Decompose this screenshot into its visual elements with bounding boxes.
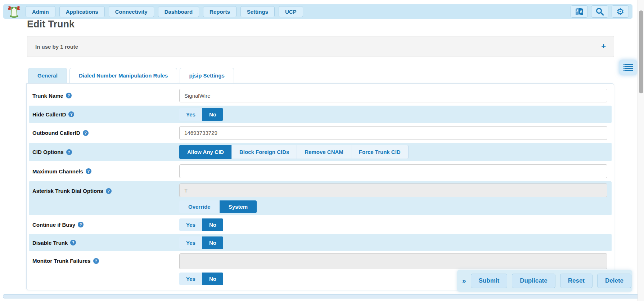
help-icon[interactable]: ? bbox=[83, 130, 89, 136]
sticky-action-bar: » Submit Duplicate Reset Delete bbox=[457, 270, 632, 292]
help-icon[interactable]: ? bbox=[70, 240, 76, 245]
hide-callerid-no-button[interactable]: No bbox=[202, 108, 223, 121]
monitor-failures-no-button[interactable]: No bbox=[202, 273, 223, 285]
continue-if-busy-no-button[interactable]: No bbox=[202, 218, 223, 231]
disable-trunk-label: Disable Trunk ? bbox=[32, 240, 179, 246]
row-disable-trunk: Disable Trunk ? Yes No bbox=[29, 234, 612, 251]
help-icon[interactable]: ? bbox=[106, 188, 112, 194]
disable-trunk-toggle: Yes No bbox=[179, 236, 223, 249]
help-icon[interactable]: ? bbox=[86, 168, 91, 174]
hide-callerid-label: Hide CallerID ? bbox=[32, 111, 179, 118]
top-navbar: Admin Applications Connectivity Dashboar… bbox=[3, 4, 632, 19]
help-icon[interactable]: ? bbox=[78, 222, 84, 227]
search-button[interactable] bbox=[591, 5, 608, 18]
label-text: Disable Trunk bbox=[32, 240, 68, 246]
sidebar-toggle-button[interactable] bbox=[619, 60, 637, 75]
cid-force-trunk-cid-button[interactable]: Force Trunk CID bbox=[351, 145, 409, 159]
row-asterisk-dial-options: Asterisk Trunk Dial Options ? Override S… bbox=[29, 181, 612, 215]
delete-button[interactable]: Delete bbox=[597, 274, 631, 288]
hide-callerid-toggle: Yes No bbox=[179, 108, 223, 121]
usage-panel-text: In use by 1 route bbox=[35, 44, 78, 50]
nav-item-admin[interactable]: Admin bbox=[26, 6, 55, 17]
settings-gear-button[interactable]: ⚙ bbox=[612, 5, 629, 18]
cid-remove-cnam-button[interactable]: Remove CNAM bbox=[297, 145, 351, 159]
continue-if-busy-label: Continue if Busy ? bbox=[32, 222, 179, 228]
vertical-scrollbar-thumb[interactable] bbox=[639, 10, 643, 93]
trunk-tabs: General Dialed Number Manipulation Rules… bbox=[28, 68, 237, 83]
dial-options-mode-toggle: Override System bbox=[179, 200, 257, 213]
monitor-trunk-failures-toggle: Yes No bbox=[179, 273, 223, 285]
nav-item-ucp[interactable]: UCP bbox=[279, 6, 303, 17]
monitor-failures-yes-button[interactable]: Yes bbox=[179, 273, 202, 285]
navbar-icon-group: A ⚙ bbox=[571, 5, 629, 18]
nav-item-dashboard[interactable]: Dashboard bbox=[158, 6, 199, 17]
tab-dialed-number-manipulation-rules[interactable]: Dialed Number Manipulation Rules bbox=[69, 68, 177, 83]
language-icon-letter: A bbox=[580, 10, 582, 14]
label-text: Monitor Trunk Failures bbox=[32, 258, 91, 264]
general-tab-panel: Trunk Name ? Hide CallerID ? Yes No Outb… bbox=[26, 83, 614, 290]
continue-if-busy-toggle: Yes No bbox=[179, 218, 223, 231]
maximum-channels-input[interactable] bbox=[179, 164, 607, 178]
help-icon[interactable]: ? bbox=[93, 258, 99, 264]
frog-icon bbox=[7, 5, 21, 18]
horizontal-scrollbar[interactable] bbox=[3, 294, 640, 298]
monitor-trunk-failures-label: Monitor Trunk Failures ? bbox=[32, 253, 179, 264]
page-title: Edit Trunk bbox=[27, 19, 75, 30]
trunk-name-label: Trunk Name ? bbox=[32, 93, 179, 99]
dial-options-system-button[interactable]: System bbox=[220, 200, 257, 213]
duplicate-button[interactable]: Duplicate bbox=[512, 274, 555, 288]
cid-block-foreign-cids-button[interactable]: Block Foreign CIDs bbox=[231, 145, 297, 159]
help-icon[interactable]: ? bbox=[66, 93, 72, 98]
dial-options-override-button[interactable]: Override bbox=[179, 200, 220, 213]
reset-button[interactable]: Reset bbox=[560, 274, 593, 288]
row-hide-callerid: Hide CallerID ? Yes No bbox=[29, 106, 612, 123]
freepbx-frog-logo[interactable] bbox=[7, 5, 21, 18]
search-icon bbox=[595, 7, 604, 16]
monitor-trunk-failures-input[interactable] bbox=[179, 253, 607, 269]
nav-item-reports[interactable]: Reports bbox=[203, 6, 237, 17]
outbound-callerid-label: Outbound CallerID ? bbox=[32, 130, 179, 136]
asterisk-dial-options-label: Asterisk Trunk Dial Options ? bbox=[32, 183, 179, 194]
cid-options-label: CID Options ? bbox=[32, 149, 179, 155]
vertical-scrollbar-track bbox=[638, 0, 644, 301]
cid-allow-any-cid-button[interactable]: Allow Any CID bbox=[179, 145, 231, 159]
freepbx-admin-screen: Admin Applications Connectivity Dashboar… bbox=[0, 0, 644, 301]
help-icon[interactable]: ? bbox=[66, 149, 72, 155]
nav-item-applications[interactable]: Applications bbox=[59, 6, 105, 17]
trunk-name-input[interactable] bbox=[179, 89, 607, 102]
help-icon[interactable]: ? bbox=[68, 111, 74, 117]
language-icon: A bbox=[575, 7, 584, 16]
cid-options-group: Allow Any CID Block Foreign CIDs Remove … bbox=[179, 145, 409, 159]
label-text: CID Options bbox=[32, 149, 64, 155]
row-maximum-channels: Maximum Channels ? bbox=[29, 161, 612, 181]
collapse-actions-chevron[interactable]: » bbox=[462, 277, 466, 285]
list-icon bbox=[623, 64, 633, 71]
submit-button[interactable]: Submit bbox=[471, 274, 508, 288]
disable-trunk-yes-button[interactable]: Yes bbox=[179, 236, 202, 249]
asterisk-dial-options-input[interactable] bbox=[179, 183, 607, 197]
label-text: Outbound CallerID bbox=[32, 130, 80, 136]
row-cid-options: CID Options ? Allow Any CID Block Foreig… bbox=[29, 143, 612, 161]
row-trunk-name: Trunk Name ? bbox=[29, 85, 612, 106]
label-text: Hide CallerID bbox=[32, 111, 66, 118]
outbound-callerid-input[interactable] bbox=[179, 126, 607, 140]
hide-callerid-yes-button[interactable]: Yes bbox=[179, 108, 202, 121]
row-continue-if-busy: Continue if Busy ? Yes No bbox=[29, 215, 612, 234]
nav-item-settings[interactable]: Settings bbox=[240, 6, 275, 17]
usage-panel: In use by 1 route + bbox=[27, 36, 614, 57]
label-text: Trunk Name bbox=[32, 93, 63, 99]
language-button[interactable]: A bbox=[571, 5, 588, 18]
gear-icon: ⚙ bbox=[616, 7, 624, 16]
label-text: Maximum Channels bbox=[32, 168, 83, 174]
disable-trunk-no-button[interactable]: No bbox=[202, 236, 223, 249]
tab-general[interactable]: General bbox=[28, 68, 67, 83]
maximum-channels-label: Maximum Channels ? bbox=[32, 168, 179, 174]
expand-plus-icon[interactable]: + bbox=[601, 43, 606, 50]
nav-item-connectivity[interactable]: Connectivity bbox=[109, 6, 154, 17]
continue-if-busy-yes-button[interactable]: Yes bbox=[179, 218, 202, 231]
tab-pjsip-settings[interactable]: pjsip Settings bbox=[180, 68, 234, 83]
row-outbound-callerid: Outbound CallerID ? bbox=[29, 123, 612, 143]
label-text: Asterisk Trunk Dial Options bbox=[32, 188, 103, 194]
label-text: Continue if Busy bbox=[32, 222, 75, 228]
